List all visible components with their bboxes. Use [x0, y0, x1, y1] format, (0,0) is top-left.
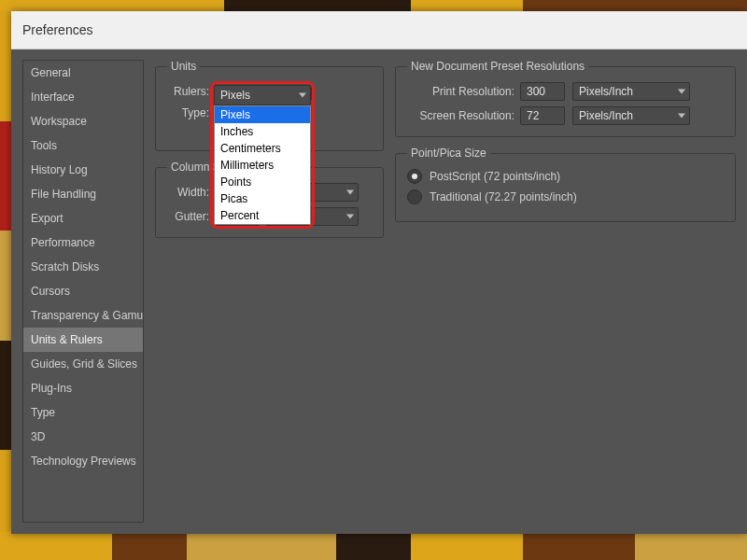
- sidebar-item-history-log[interactable]: History Log: [23, 158, 143, 182]
- preferences-dialog: Preferences GeneralInterfaceWorkspaceToo…: [11, 11, 747, 534]
- rulers-option-points[interactable]: Points: [215, 174, 310, 190]
- rulers-option-centimeters[interactable]: Centimeters: [215, 140, 310, 157]
- postscript-radio[interactable]: [407, 169, 422, 184]
- print-res-value: 300: [527, 85, 545, 98]
- gutter-label: Gutter:: [167, 210, 215, 223]
- postscript-label: PostScript (72 points/inch): [430, 170, 560, 183]
- postscript-radio-row[interactable]: PostScript (72 points/inch): [407, 169, 724, 184]
- rulers-option-inches[interactable]: Inches: [215, 123, 310, 140]
- rulers-select-open-value: Pixels: [220, 89, 250, 102]
- screen-res-unit-value: Pixels/Inch: [579, 109, 633, 122]
- sidebar-item-export[interactable]: Export: [23, 206, 143, 231]
- chevron-down-icon: [346, 215, 354, 219]
- chevron-down-icon: [299, 93, 306, 98]
- screen-res-input[interactable]: 72: [520, 106, 565, 125]
- sidebar-item-guides-grid-slices[interactable]: Guides, Grid & Slices: [23, 352, 143, 376]
- sidebar-item-units-rulers[interactable]: Units & Rulers: [23, 328, 143, 352]
- sidebar-item-file-handling[interactable]: File Handling: [23, 182, 143, 206]
- sidebar-item-scratch-disks[interactable]: Scratch Disks: [23, 255, 143, 279]
- pointpica-legend: Point/Pica Size: [407, 147, 490, 160]
- traditional-label: Traditional (72.27 points/inch): [430, 190, 577, 203]
- rulers-option-percent[interactable]: Percent: [215, 207, 310, 224]
- traditional-radio-row[interactable]: Traditional (72.27 points/inch): [407, 189, 724, 204]
- screen-res-label: Screen Resolution:: [407, 109, 520, 122]
- sidebar-item-performance[interactable]: Performance: [23, 231, 143, 255]
- width-label: Width:: [167, 186, 215, 199]
- screen-res-value: 72: [527, 109, 539, 122]
- rulers-option-picas[interactable]: Picas: [215, 190, 310, 207]
- sidebar-item-type[interactable]: Type: [23, 400, 143, 425]
- rulers-label: Rulers:: [167, 85, 215, 98]
- sidebar-item-cursors[interactable]: Cursors: [23, 279, 143, 303]
- background-decor-left: [0, 11, 11, 560]
- newdoc-group: New Document Preset Resolutions Print Re…: [395, 60, 736, 137]
- print-res-label: Print Resolution:: [407, 85, 520, 98]
- background-decor-top: [0, 0, 747, 11]
- chevron-down-icon: [678, 90, 685, 94]
- sidebar-item-technology-previews[interactable]: Technology Previews: [23, 449, 143, 473]
- traditional-radio[interactable]: [407, 189, 422, 204]
- chevron-down-icon: [346, 190, 354, 195]
- rulers-select-open[interactable]: Pixels: [214, 85, 311, 105]
- screen-res-unit-select[interactable]: Pixels/Inch: [572, 106, 690, 125]
- newdoc-legend: New Document Preset Resolutions: [407, 60, 588, 73]
- sidebar-item-plug-ins[interactable]: Plug-Ins: [23, 376, 143, 400]
- dialog-content: GeneralInterfaceWorkspaceToolsHistory Lo…: [11, 49, 747, 534]
- background-decor-bottom: [0, 532, 747, 560]
- rulers-dropdown-open: Pixels PixelsInchesCentimetersMillimeter…: [214, 85, 311, 225]
- print-res-unit-value: Pixels/Inch: [579, 85, 633, 98]
- print-res-unit-select[interactable]: Pixels/Inch: [572, 82, 690, 101]
- preferences-main: Units Rulers: Pixels Type:: [144, 60, 736, 523]
- type-label: Type:: [167, 106, 215, 119]
- units-group: Units Rulers: Pixels Type:: [155, 60, 384, 151]
- chevron-down-icon: [678, 114, 685, 119]
- rulers-options-list: PixelsInchesCentimetersMillimetersPoints…: [214, 105, 311, 225]
- sidebar-item-transparency-gamut[interactable]: Transparency & Gamut: [23, 303, 143, 328]
- dialog-title: Preferences: [22, 22, 92, 37]
- pointpica-group: Point/Pica Size PostScript (72 points/in…: [395, 147, 736, 222]
- preferences-sidebar: GeneralInterfaceWorkspaceToolsHistory Lo…: [22, 60, 144, 523]
- sidebar-item-tools[interactable]: Tools: [23, 133, 143, 158]
- sidebar-item-workspace[interactable]: Workspace: [23, 109, 143, 133]
- sidebar-item-interface[interactable]: Interface: [23, 85, 143, 109]
- sidebar-item-general[interactable]: General: [23, 61, 143, 85]
- rulers-option-pixels[interactable]: Pixels: [215, 106, 310, 123]
- dialog-titlebar: Preferences: [11, 11, 747, 49]
- print-res-input[interactable]: 300: [520, 82, 565, 101]
- units-legend: Units: [167, 60, 200, 73]
- sidebar-item-3d[interactable]: 3D: [23, 425, 143, 449]
- rulers-option-millimeters[interactable]: Millimeters: [215, 157, 310, 174]
